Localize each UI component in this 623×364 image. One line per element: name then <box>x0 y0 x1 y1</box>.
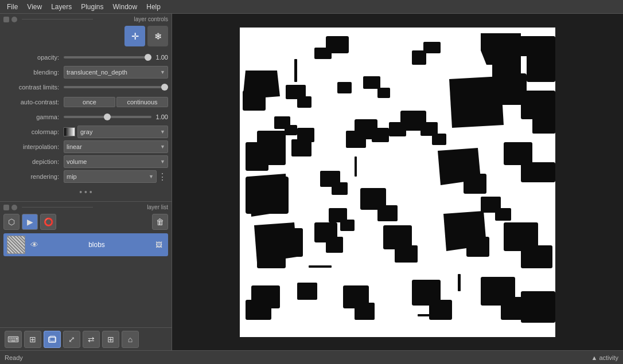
layer-visibility-icon[interactable]: 👁 <box>29 239 40 251</box>
menu-help[interactable]: Help <box>142 2 165 12</box>
statusbar: Ready ▲ activity <box>0 350 623 364</box>
opacity-slider[interactable] <box>64 56 151 58</box>
svg-rect-27 <box>372 128 389 142</box>
grid-button[interactable]: ⊞ <box>102 331 119 348</box>
svg-rect-11 <box>314 48 332 59</box>
ready-status: Ready <box>5 354 23 361</box>
console-button[interactable]: ⌨ <box>5 331 22 348</box>
opacity-row: opacity: 1.00 <box>3 51 168 64</box>
move-tool-button[interactable]: ✛ <box>124 26 145 46</box>
svg-rect-68 <box>285 125 297 135</box>
interpolation-label: interpolation: <box>3 143 64 150</box>
rendering-label: rendering: <box>3 173 64 180</box>
delete-layer-button[interactable]: 🗑 <box>152 214 168 230</box>
layer-settings-icon[interactable]: 🖼 <box>153 239 165 251</box>
2d-button[interactable]: ⊞ <box>24 331 41 348</box>
auto-contrast-continuous-button[interactable]: continuous <box>116 97 168 107</box>
layer-list-pin-icon[interactable] <box>3 205 9 210</box>
auto-contrast-buttons: once continuous <box>64 97 168 107</box>
home-button[interactable]: ⌂ <box>122 331 139 348</box>
layer-list-search-icon[interactable] <box>11 205 17 210</box>
gamma-label: gamma: <box>3 113 64 120</box>
svg-rect-60 <box>429 300 452 320</box>
menu-plugins[interactable]: Plugins <box>76 2 108 12</box>
svg-marker-51 <box>443 211 486 251</box>
blending-select[interactable]: translucent_no_depth ▼ <box>64 66 168 79</box>
interpolation-dropdown-icon: ▼ <box>160 144 165 150</box>
depiction-select[interactable]: volume ▼ <box>64 155 168 168</box>
depiction-row: depiction: volume ▼ <box>3 155 168 168</box>
menu-window[interactable]: Window <box>108 2 142 12</box>
layer-controls-section: layer controls ✛ ❄ opacity: 1.00 blendin… <box>0 14 172 202</box>
layer-controls-header: layer controls <box>3 16 168 22</box>
colormap-preview <box>64 127 75 136</box>
blending-label: blending: <box>3 69 64 76</box>
svg-marker-35 <box>438 148 481 185</box>
svg-rect-28 <box>346 131 366 148</box>
layer-item-blobs[interactable]: 👁 blobs 🖼 <box>3 233 168 256</box>
more-controls-indicator: • • • <box>3 185 168 199</box>
svg-rect-66 <box>377 88 390 98</box>
svg-rect-76 <box>355 156 357 177</box>
colormap-select[interactable]: gray ▼ <box>77 126 168 138</box>
depiction-value: volume <box>67 158 87 165</box>
svg-rect-37 <box>521 162 555 182</box>
contrast-slider[interactable] <box>64 86 168 88</box>
rendering-select[interactable]: mip ▼ <box>64 170 157 183</box>
svg-marker-7 <box>481 33 521 65</box>
svg-rect-70 <box>432 134 446 145</box>
left-panel: layer controls ✛ ❄ opacity: 1.00 blendin… <box>0 14 172 350</box>
auto-contrast-once-button[interactable]: once <box>64 97 115 107</box>
grid-ndisplay-button[interactable]: ⤢ <box>63 331 80 348</box>
menu-view[interactable]: View <box>22 2 46 12</box>
search-icon[interactable] <box>11 17 17 22</box>
colormap-value: gray <box>80 128 92 135</box>
colormap-row: colormap: gray ▼ <box>3 126 168 138</box>
svg-rect-25 <box>291 139 312 156</box>
gamma-slider[interactable] <box>64 116 151 118</box>
lasso-tool-button[interactable]: ⭕ <box>40 214 56 230</box>
opacity-slider-container: 1.00 <box>64 54 168 61</box>
pin-icon[interactable] <box>3 17 9 22</box>
transpose-button[interactable]: ⇄ <box>83 331 100 348</box>
depiction-dropdown-icon: ▼ <box>160 159 165 165</box>
transform-tool-button[interactable]: ❄ <box>147 26 168 46</box>
svg-rect-4 <box>515 36 555 56</box>
canvas-area <box>172 14 623 350</box>
svg-rect-48 <box>395 245 418 263</box>
interpolation-select[interactable]: linear ▼ <box>64 140 168 153</box>
colormap-dropdown-icon: ▼ <box>160 129 165 135</box>
svg-rect-32 <box>246 177 289 214</box>
svg-marker-14 <box>243 71 280 99</box>
select-layer-button[interactable]: ⬡ <box>3 214 20 230</box>
svg-rect-74 <box>495 208 511 221</box>
svg-rect-23 <box>246 142 268 171</box>
svg-rect-41 <box>377 205 398 221</box>
depiction-label: depiction: <box>3 158 64 165</box>
rendering-dropdown-icon: ▼ <box>149 174 154 179</box>
rendering-more-button[interactable]: ⋮ <box>157 171 168 182</box>
blob-image <box>240 28 555 337</box>
blending-value: translucent_no_depth <box>67 69 127 76</box>
activity-button[interactable]: ▲ activity <box>591 354 618 361</box>
svg-rect-79 <box>418 314 438 316</box>
svg-rect-72 <box>340 220 355 231</box>
svg-marker-19 <box>449 76 504 128</box>
menu-layers[interactable]: Layers <box>46 2 76 12</box>
svg-rect-75 <box>294 59 297 82</box>
interpolation-value: linear <box>67 143 82 150</box>
arrow-tool-button[interactable]: ▶ <box>22 214 38 230</box>
svg-rect-6 <box>527 53 555 82</box>
svg-marker-44 <box>254 222 297 263</box>
svg-rect-56 <box>297 283 317 300</box>
svg-rect-20 <box>521 91 555 119</box>
contrast-slider-container <box>64 86 168 88</box>
menu-file[interactable]: File <box>2 2 22 12</box>
opacity-value: 1.00 <box>156 54 168 61</box>
opacity-label: opacity: <box>3 54 64 61</box>
blending-dropdown-icon: ▼ <box>160 69 165 75</box>
contrast-row: contrast limits: <box>3 81 168 93</box>
3d-button[interactable] <box>44 331 61 348</box>
layer-list-header: layer list <box>3 204 168 210</box>
gamma-slider-container: 1.00 <box>64 113 168 120</box>
